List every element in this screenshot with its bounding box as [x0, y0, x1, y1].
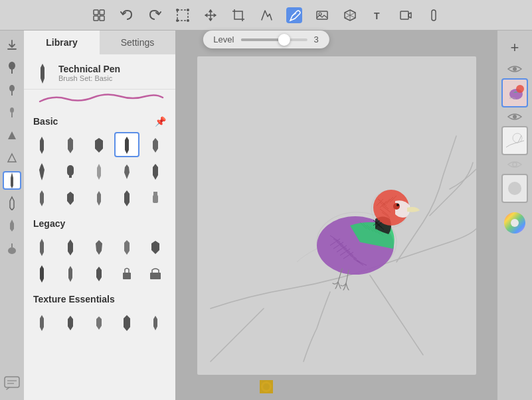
brush-list: Basic 📌 Legacy [24, 111, 175, 400]
brush-tip-icon[interactable] [3, 194, 21, 212]
svg-point-6 [187, 9, 189, 11]
layer-3-thumb[interactable] [501, 174, 528, 203]
brush-large-icon[interactable] [3, 58, 21, 77]
brush-item[interactable] [143, 310, 168, 335]
svg-rect-30 [153, 195, 158, 203]
brush-item[interactable] [114, 310, 139, 335]
brush-set: Brush Set: Basic [58, 74, 166, 82]
text-icon[interactable]: T [370, 7, 386, 23]
brush-item[interactable] [58, 185, 83, 210]
svg-point-85 [263, 383, 270, 390]
video-icon[interactable] [398, 7, 414, 23]
brush-item[interactable] [58, 310, 83, 335]
layer2-visibility-icon[interactable] [503, 110, 527, 123]
svg-rect-32 [123, 273, 131, 279]
layer-1-thumb[interactable] [501, 78, 528, 107]
brush-item[interactable] [143, 159, 168, 184]
brush-item[interactable] [86, 261, 112, 286]
message-icon[interactable] [4, 376, 20, 393]
svg-rect-4 [177, 10, 188, 21]
grid-icon[interactable] [91, 7, 107, 23]
texture-title: Texture Essentials [33, 294, 115, 304]
pen-icon[interactable] [286, 7, 302, 23]
brush-item[interactable] [114, 261, 139, 286]
redo-icon[interactable] [147, 7, 163, 23]
svg-rect-15 [317, 11, 327, 19]
basic-brush-grid [24, 129, 175, 213]
brush-small-icon[interactable] [3, 103, 21, 122]
brush-item[interactable] [86, 310, 112, 335]
canvas-area[interactable] [175, 31, 497, 400]
svg-rect-3 [100, 16, 104, 21]
photo-icon[interactable] [314, 7, 330, 23]
brush-panel: Library Settings Technical Pen Brush Set… [24, 31, 175, 400]
brush-item[interactable] [29, 310, 54, 335]
svg-text:T: T [374, 11, 380, 21]
brush-item[interactable] [29, 261, 54, 286]
brush-item-selected[interactable] [114, 132, 139, 157]
svg-rect-0 [94, 10, 98, 15]
eraser-icon[interactable] [3, 216, 21, 235]
brush-item[interactable] [29, 185, 54, 210]
wrench-icon[interactable] [426, 7, 442, 23]
opacity-low-icon[interactable] [3, 149, 21, 167]
svg-rect-26 [11, 113, 13, 117]
add-layer-button[interactable]: + [503, 36, 527, 60]
svg-point-21 [9, 62, 15, 70]
3d-icon[interactable] [342, 7, 358, 23]
brush-item[interactable] [114, 185, 139, 210]
brush-item[interactable] [86, 132, 112, 157]
selected-brush-preview: Technical Pen Brush Set: Basic [24, 54, 175, 90]
level-value: 3 [313, 34, 318, 44]
tab-settings[interactable]: Settings [100, 31, 175, 54]
tab-library[interactable]: Library [24, 31, 100, 54]
svg-point-16 [319, 13, 321, 15]
left-sidebar [0, 31, 24, 400]
brush-item[interactable] [29, 234, 54, 259]
svg-rect-24 [11, 91, 13, 96]
bottom-center-button[interactable] [260, 380, 273, 393]
undo-icon[interactable] [119, 7, 135, 23]
color-fill-icon[interactable] [3, 239, 21, 257]
canvas-content[interactable] [197, 56, 476, 375]
svg-rect-18 [400, 11, 408, 19]
active-brush-icon[interactable] [3, 171, 21, 190]
brush-item[interactable] [58, 132, 83, 157]
brush-item[interactable] [58, 261, 83, 286]
brush-tabs: Library Settings [24, 31, 175, 54]
layer-visibility-icon[interactable] [503, 62, 527, 76]
texture-brush-grid [24, 307, 175, 338]
crop-icon[interactable] [230, 7, 246, 23]
layer3-visibility-icon[interactable] [503, 158, 527, 171]
level-slider[interactable] [240, 38, 307, 41]
brush-item[interactable] [29, 159, 54, 184]
opacity-high-icon[interactable] [3, 126, 21, 145]
pin-icon[interactable]: 📌 [155, 116, 166, 127]
stroke-preview [33, 90, 166, 105]
layer-2-thumb[interactable] [501, 126, 528, 155]
brush-item[interactable] [114, 234, 139, 259]
transform-icon[interactable] [175, 7, 191, 23]
brush-item[interactable] [29, 132, 54, 157]
svg-rect-29 [69, 174, 72, 178]
brush-medium-icon[interactable] [3, 81, 21, 100]
brush-item[interactable] [86, 159, 112, 184]
svg-rect-2 [94, 16, 98, 21]
brush-item[interactable] [114, 159, 139, 184]
svg-rect-86 [5, 377, 19, 387]
legacy-title: Legacy [33, 218, 65, 229]
brush-item[interactable] [86, 185, 112, 210]
brush-item[interactable] [58, 234, 83, 259]
brush-item[interactable] [143, 185, 168, 210]
brush-item[interactable] [143, 132, 168, 157]
svg-point-39 [397, 204, 399, 206]
draw-icon[interactable] [258, 7, 274, 23]
level-label: Level [213, 34, 234, 44]
brush-item[interactable] [143, 234, 168, 259]
brush-item[interactable] [86, 234, 112, 259]
brush-item[interactable] [58, 159, 83, 184]
color-wheel-container[interactable] [503, 211, 527, 237]
import-icon[interactable] [3, 36, 21, 54]
move-icon[interactable] [203, 7, 219, 23]
brush-item[interactable] [143, 261, 168, 286]
